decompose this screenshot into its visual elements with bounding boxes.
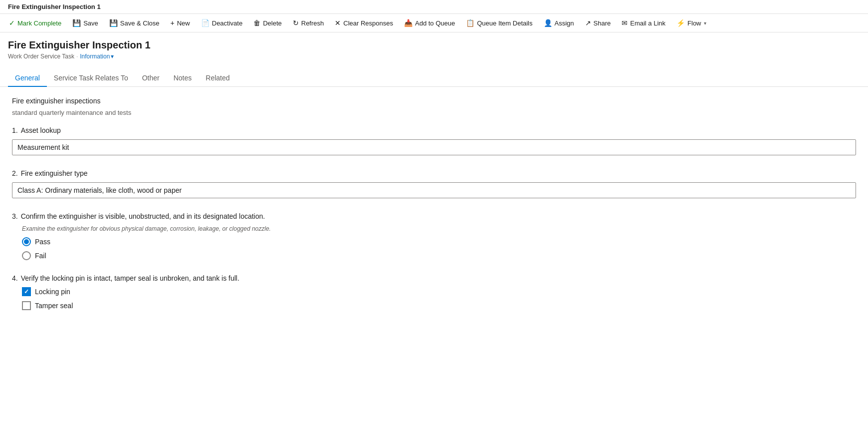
mark-complete-icon: ✓ [9, 19, 15, 27]
flow-icon: ⚡ [676, 19, 685, 27]
radio-circle-pass [22, 237, 31, 246]
share-button[interactable]: ↗Share [580, 16, 616, 30]
add-to-queue-label: Add to Queue [415, 19, 455, 27]
question-num-q1: 1. [12, 126, 18, 134]
new-button[interactable]: +New [166, 16, 195, 30]
clear-responses-button[interactable]: ✕Clear Responses [330, 16, 398, 30]
assign-button[interactable]: 👤Assign [539, 16, 579, 30]
radio-item-fail[interactable]: Fail [22, 251, 856, 260]
checkbox-box-locking-pin: ✓ [22, 287, 31, 296]
tab-other[interactable]: Other [135, 70, 167, 87]
subtitle-sep: · [76, 53, 78, 60]
question-text-q4: Verify the locking pin is intact, tamper… [21, 274, 239, 282]
email-a-link-button[interactable]: ✉Email a Link [617, 16, 670, 30]
subtitle-workorder: Work Order Service Task [8, 53, 74, 60]
flow-label: Flow [687, 19, 701, 27]
clear-responses-icon: ✕ [335, 19, 341, 27]
email-a-link-icon: ✉ [622, 19, 628, 27]
new-icon: + [171, 19, 175, 27]
tab-notes[interactable]: Notes [167, 70, 199, 87]
question-label-q1: 1.Asset lookup [12, 126, 856, 134]
question-text-q1: Asset lookup [21, 126, 61, 134]
page-title: Fire Extinguisher Inspection 1 [8, 39, 860, 51]
information-link[interactable]: Information ▾ [80, 53, 114, 60]
question-text-q3: Confirm the extinguisher is visible, uno… [21, 212, 265, 220]
checkbox-item-tamper-seal[interactable]: Tamper seal [22, 301, 856, 310]
save-icon: 💾 [72, 19, 81, 27]
question-hint-q3: Examine the extinguisher for obvious phy… [22, 225, 856, 232]
checkbox-group-q4: ✓Locking pinTamper seal [22, 287, 856, 310]
refresh-icon: ↻ [293, 19, 299, 27]
question-q3: 3.Confirm the extinguisher is visible, u… [12, 212, 856, 260]
add-to-queue-icon: 📥 [404, 19, 413, 27]
refresh-label: Refresh [301, 19, 324, 27]
assign-label: Assign [555, 19, 574, 27]
save-button[interactable]: 💾Save [67, 16, 103, 30]
save-label: Save [83, 19, 98, 27]
email-a-link-label: Email a Link [630, 19, 665, 27]
radio-label-fail: Fail [35, 252, 46, 260]
radio-label-pass: Pass [35, 238, 50, 246]
mark-complete-button[interactable]: ✓Mark Complete [4, 16, 66, 30]
deactivate-button[interactable]: 📄Deactivate [196, 16, 247, 30]
save-close-button[interactable]: 💾Save & Close [104, 16, 165, 30]
question-text-q2: Fire extinguisher type [21, 169, 88, 177]
save-close-icon: 💾 [109, 19, 118, 27]
checkbox-label-tamper-seal: Tamper seal [35, 302, 73, 310]
form-description: Fire extinguisher inspections [12, 97, 856, 105]
save-close-label: Save & Close [120, 19, 160, 27]
tab-service-task-relates-to[interactable]: Service Task Relates To [47, 70, 135, 87]
clear-responses-label: Clear Responses [343, 19, 393, 27]
question-q2: 2.Fire extinguisher type [12, 169, 856, 198]
tab-related[interactable]: Related [199, 70, 236, 87]
share-icon: ↗ [585, 19, 591, 27]
delete-icon: 🗑 [253, 19, 260, 27]
page-header: Fire Extinguisher Inspection 1 Work Orde… [0, 32, 868, 60]
question-label-q3: 3.Confirm the extinguisher is visible, u… [12, 212, 856, 220]
checkbox-box-tamper-seal [22, 301, 31, 310]
flow-chevron-icon: ▾ [704, 20, 706, 26]
radio-group-q3: PassFail [22, 237, 856, 260]
tab-bar: GeneralService Task Relates ToOtherNotes… [0, 64, 868, 87]
toolbar: ✓Mark Complete💾Save💾Save & Close+New📄Dea… [0, 14, 868, 32]
mark-complete-label: Mark Complete [17, 19, 61, 27]
delete-label: Delete [263, 19, 282, 27]
queue-item-details-icon: 📋 [466, 19, 474, 27]
question-num-q2: 2. [12, 169, 18, 177]
share-label: Share [594, 19, 611, 27]
queue-item-details-button[interactable]: 📋Queue Item Details [461, 16, 537, 30]
radio-inner-pass [24, 239, 29, 244]
deactivate-icon: 📄 [201, 19, 210, 27]
radio-item-pass[interactable]: Pass [22, 237, 856, 246]
checkmark-locking-pin: ✓ [24, 289, 29, 295]
assign-icon: 👤 [544, 19, 552, 27]
new-label: New [177, 19, 190, 27]
page-subtitle: Work Order Service Task · Information ▾ [8, 53, 860, 60]
flow-button[interactable]: ⚡Flow▾ [671, 16, 711, 30]
text-input-q2[interactable] [12, 182, 856, 198]
question-label-q4: 4.Verify the locking pin is intact, tamp… [12, 274, 856, 282]
question-q4: 4.Verify the locking pin is intact, tamp… [12, 274, 856, 310]
title-bar: Fire Extinguisher Inspection 1 [0, 0, 868, 14]
checkbox-label-locking-pin: Locking pin [35, 288, 70, 296]
tab-general[interactable]: General [8, 70, 47, 87]
add-to-queue-button[interactable]: 📥Add to Queue [399, 16, 460, 30]
radio-circle-fail [22, 251, 31, 260]
question-num-q3: 3. [12, 212, 18, 220]
delete-button[interactable]: 🗑Delete [248, 16, 287, 30]
text-input-q1[interactable] [12, 139, 856, 155]
queue-item-details-label: Queue Item Details [477, 19, 532, 27]
refresh-button[interactable]: ↻Refresh [288, 16, 329, 30]
main-content: Fire extinguisher inspectionsstandard qu… [0, 87, 868, 334]
deactivate-label: Deactivate [212, 19, 242, 27]
question-num-q4: 4. [12, 274, 18, 282]
question-q1: 1.Asset lookup [12, 126, 856, 155]
question-label-q2: 2.Fire extinguisher type [12, 169, 856, 177]
checkbox-item-locking-pin[interactable]: ✓Locking pin [22, 287, 856, 296]
form-subdescription: standard quarterly maintenance and tests [12, 109, 856, 116]
page-window-title: Fire Extinguisher Inspection 1 [8, 3, 101, 10]
